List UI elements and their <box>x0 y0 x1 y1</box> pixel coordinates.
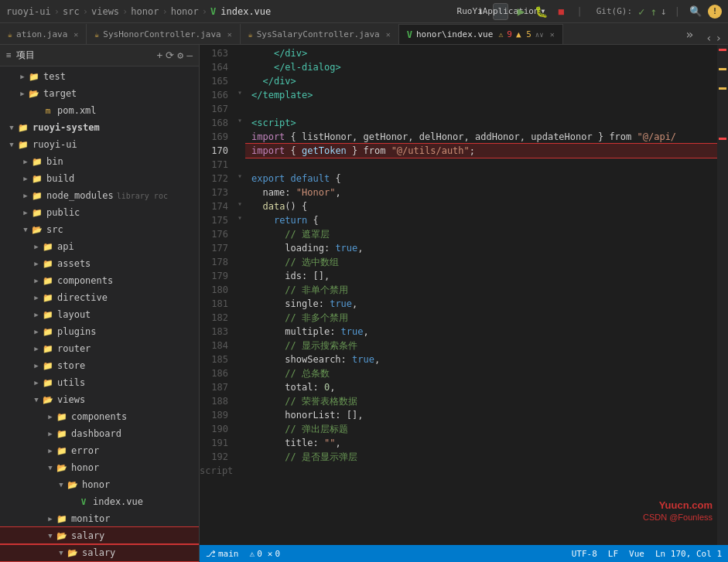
arrow-target[interactable]: ▶ <box>17 90 28 97</box>
git-pull-icon[interactable]: ↓ <box>661 5 667 17</box>
arrow-ruoyi-ui[interactable]: ▼ <box>6 141 17 148</box>
tree-item-build[interactable]: ▶ 📁 build <box>0 170 199 187</box>
arrow-views-components[interactable]: ▶ <box>45 413 56 421</box>
tab-close-2-icon[interactable]: ✕ <box>227 30 232 39</box>
debug-icon[interactable]: 🐛 <box>533 4 549 19</box>
tree-item-views-components[interactable]: ▶ 📁 components <box>0 408 199 425</box>
arrow-assets[interactable]: ▶ <box>31 260 42 267</box>
arrow-ruoyi-system[interactable]: ▼ <box>6 124 17 131</box>
add-icon[interactable]: + <box>157 49 163 61</box>
tree-item-views[interactable]: ▼ 📂 views <box>0 391 199 408</box>
scroll-left-icon[interactable]: ‹ <box>706 32 712 44</box>
tab-syshonor-java[interactable]: ☕ SysHonorController.java ✕ <box>87 24 240 44</box>
tree-item-bin[interactable]: ▶ 📁 bin <box>0 153 199 170</box>
fold-166[interactable]: ▾ <box>234 88 245 102</box>
status-language[interactable]: Vue <box>629 549 644 559</box>
arrow-build[interactable]: ▶ <box>20 175 31 182</box>
tab-honor-index-vue[interactable]: V honor\index.vue ⚠ 9 ▲ 5 ∧∨ ✕ <box>399 24 563 44</box>
arrow-components[interactable]: ▶ <box>31 277 42 284</box>
arrow-directive[interactable]: ▶ <box>31 294 42 301</box>
tree-item-router[interactable]: ▶ 📁 router <box>0 340 199 357</box>
breadcrumb-views[interactable]: views <box>91 6 119 17</box>
status-git[interactable]: ⎇ main <box>206 549 239 559</box>
tree-item-honor-index-vue[interactable]: V index.vue <box>0 493 199 510</box>
tree-item-views-honor[interactable]: ▼ 📂 honor <box>0 459 199 476</box>
tab-more-button[interactable]: » <box>679 24 699 44</box>
arrow-utils[interactable]: ▶ <box>31 379 42 387</box>
tree-item-salary-inner[interactable]: ▼ 📂 salary <box>0 544 199 561</box>
arrow-store[interactable]: ▶ <box>31 362 42 370</box>
settings-icon[interactable]: ⚙ <box>177 49 183 61</box>
tree-item-utils[interactable]: ▶ 📁 utils <box>0 374 199 391</box>
arrow-src[interactable]: ▼ <box>20 226 31 233</box>
tree-item-layout[interactable]: ▶ 📁 layout <box>0 306 199 323</box>
tree-item-target[interactable]: ▶ 📂 target <box>0 85 199 102</box>
stop-icon[interactable]: ■ <box>553 4 569 19</box>
tab-ation-java[interactable]: ☕ ation.java ✕ <box>0 24 87 44</box>
hamburger-icon[interactable]: ≡ <box>6 50 12 60</box>
status-warnings[interactable]: ⚠ 0 ✕ 0 <box>250 549 281 559</box>
status-eol[interactable]: LF <box>608 549 618 559</box>
tree-item-directive[interactable]: ▶ 📁 directive <box>0 289 199 306</box>
arrow-salary-outer[interactable]: ▼ <box>45 532 56 540</box>
tree-item-test[interactable]: ▶ 📁 test <box>0 68 199 85</box>
tree-item-node-modules[interactable]: ▶ 📁 node_modules library roc <box>0 187 199 204</box>
tree-item-public[interactable]: ▶ 📁 public <box>0 204 199 221</box>
tree-item-ruoyi-system[interactable]: ▼ 📁 ruoyi-system <box>0 119 199 136</box>
tab-close-icon[interactable]: ✕ <box>73 30 78 39</box>
collapse-icon[interactable]: – <box>186 49 193 61</box>
search-button[interactable]: 🔍 <box>688 4 703 19</box>
scroll-right-icon[interactable]: › <box>716 32 722 44</box>
tree-item-monitor[interactable]: ▶ 📁 monitor <box>0 510 199 527</box>
tree-item-salary-outer[interactable]: ▼ 📂 salary <box>0 527 199 544</box>
arrow-bin[interactable]: ▶ <box>20 158 31 165</box>
arrow-monitor[interactable]: ▶ <box>45 515 56 523</box>
arrow-error[interactable]: ▶ <box>45 447 56 455</box>
arrow-public[interactable]: ▶ <box>20 209 31 216</box>
arrow-layout[interactable]: ▶ <box>31 311 42 318</box>
fold-175[interactable]: ▾ <box>234 213 245 227</box>
notification-badge[interactable]: ! <box>708 5 722 19</box>
sidebar-tree: ▶ 📁 test ▶ 📂 target m pom.xml ▼ <box>0 66 199 562</box>
tree-item-components[interactable]: ▶ 📁 components <box>0 272 199 289</box>
tree-item-assets[interactable]: ▶ 📁 assets <box>0 255 199 272</box>
breadcrumb-src[interactable]: src <box>63 6 80 17</box>
arrow-dashboard[interactable]: ▶ <box>45 430 56 438</box>
arrow-honor-honor[interactable]: ▼ <box>56 481 67 489</box>
arrow-test[interactable]: ▶ <box>17 73 28 80</box>
tree-item-store[interactable]: ▶ 📁 store <box>0 357 199 374</box>
code-content[interactable]: </div> </el-dialog> </div> </template> <box>245 45 717 545</box>
tree-item-ruoyi-ui[interactable]: ▼ 📁 ruoyi-ui <box>0 136 199 153</box>
tree-item-api[interactable]: ▶ 📁 api <box>0 238 199 255</box>
git-check-icon[interactable]: ✓ <box>638 5 644 18</box>
breadcrumb-ruoyi-ui[interactable]: ruoyi-ui <box>6 6 51 17</box>
tree-item-src[interactable]: ▼ 📂 src <box>0 221 199 238</box>
git-branch-icon: ⎇ <box>206 549 216 559</box>
tab-close-3-icon[interactable]: ✕ <box>386 30 391 39</box>
tab-syssalary-java[interactable]: ☕ SysSalaryController.java ✕ <box>241 24 399 44</box>
arrow-node-modules[interactable]: ▶ <box>20 192 31 199</box>
sync-icon[interactable]: ⟳ <box>166 49 174 61</box>
arrow-plugins[interactable]: ▶ <box>31 328 42 335</box>
run-icon[interactable]: ▶ <box>513 4 528 19</box>
tab-expand-icon[interactable]: ∧∨ <box>535 31 544 39</box>
breadcrumb-honor1[interactable]: honor <box>131 6 159 17</box>
tree-item-dashboard[interactable]: ▶ 📁 dashboard <box>0 425 199 442</box>
tab-close-4-icon[interactable]: ✕ <box>550 30 555 39</box>
arrow-salary-inner[interactable]: ▼ <box>56 549 67 557</box>
arrow-router[interactable]: ▶ <box>31 345 42 353</box>
arrow-api[interactable]: ▶ <box>31 243 42 250</box>
tree-item-plugins[interactable]: ▶ 📁 plugins <box>0 323 199 340</box>
status-encoding[interactable]: UTF-8 <box>572 549 597 559</box>
fold-174[interactable]: ▾ <box>234 199 245 213</box>
tree-item-pom[interactable]: m pom.xml <box>0 102 199 119</box>
run-config-dropdown[interactable]: RuoYiApplication ▼ <box>493 3 508 20</box>
breadcrumb-honor2[interactable]: honor <box>171 6 199 17</box>
arrow-views-honor[interactable]: ▼ <box>45 464 56 472</box>
tree-item-error[interactable]: ▶ 📁 error <box>0 442 199 459</box>
fold-168[interactable]: ▾ <box>234 116 245 130</box>
arrow-views[interactable]: ▼ <box>31 396 42 404</box>
git-push-icon[interactable]: ↑ <box>651 5 657 18</box>
tree-item-honor-honor[interactable]: ▼ 📂 honor <box>0 476 199 493</box>
fold-172[interactable]: ▾ <box>234 172 245 186</box>
